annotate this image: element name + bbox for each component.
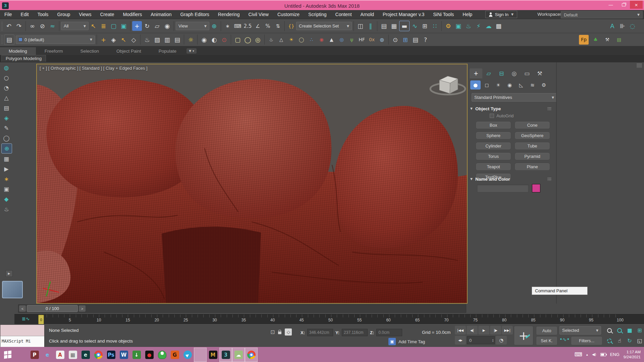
- volume-icon[interactable]: ◀): [592, 352, 596, 357]
- mini-curve-editor-icon[interactable]: ≣∿: [22, 316, 30, 321]
- object-type-rollout-header[interactable]: ▼ Object Type: [470, 105, 554, 112]
- rectangular-selection-region-icon[interactable]: ▢: [109, 21, 118, 31]
- mushroom-game-icon[interactable]: [156, 348, 168, 362]
- menu-project-manager[interactable]: Project Manager v.3: [378, 10, 429, 19]
- select-and-scale-icon[interactable]: ▱: [152, 21, 162, 31]
- left-tool-sphere-icon[interactable]: ◍: [1, 63, 11, 72]
- menu-tools[interactable]: Tools: [33, 10, 53, 19]
- key-filters-curve-icon[interactable]: •∿•: [559, 337, 570, 343]
- touch-keyboard-icon[interactable]: ⌨: [575, 351, 582, 358]
- shapes-category[interactable]: ◻: [482, 80, 492, 89]
- left-tool-circle-icon[interactable]: ○: [1, 73, 11, 82]
- render-teapot-icon[interactable]: ♨: [142, 35, 152, 45]
- viewport-label[interactable]: [ + ] [ Orthographic ] [ Standard ] [ Cl…: [40, 66, 148, 71]
- track-bar[interactable]: ≣∿ 0510152025303540455055606570758085909…: [14, 314, 644, 324]
- toolbar-grip[interactable]: [1, 21, 3, 31]
- named-selection-sets-dropdown[interactable]: Create Selection Set ▼: [296, 22, 352, 30]
- polygon-modeling-panel[interactable]: Polygon Modeling: [1, 55, 46, 62]
- select-and-move-icon[interactable]: +: [132, 21, 142, 31]
- keyboard-shortcut-override-icon[interactable]: ⌨: [233, 21, 243, 31]
- zoom-extents-all-icon[interactable]: ⊞: [635, 325, 644, 336]
- select-and-manipulate-icon[interactable]: ∗: [223, 21, 232, 31]
- start-button[interactable]: [0, 347, 15, 362]
- undo-icon[interactable]: ↶: [4, 21, 14, 31]
- left-tool-gem-icon[interactable]: ◈: [1, 113, 11, 123]
- bind-to-space-warp-icon[interactable]: ≈: [48, 21, 57, 31]
- space-warps-category[interactable]: ≋: [527, 80, 538, 89]
- signin-button[interactable]: Sign In ▼: [485, 11, 517, 18]
- left-tool-flower-icon[interactable]: ∗: [1, 174, 11, 184]
- a360-gallery-icon[interactable]: ▩: [494, 21, 503, 31]
- forestpack-icon[interactable]: Fp: [579, 35, 589, 45]
- sun-daylight-icon[interactable]: ☀: [286, 35, 296, 45]
- cylinder-button[interactable]: Cylinder: [476, 142, 511, 150]
- render-production-icon[interactable]: ♨: [464, 21, 473, 31]
- internet-explorer-icon[interactable]: e: [41, 348, 54, 362]
- key-mode-toggle[interactable]: ◀▶: [455, 336, 466, 345]
- camera-front-icon[interactable]: ◉: [199, 35, 209, 45]
- mirror-icon[interactable]: ◫: [356, 21, 365, 31]
- redo-icon[interactable]: ↷: [14, 21, 24, 31]
- filters-button[interactable]: Filters...: [571, 336, 602, 345]
- sini-list-icon[interactable]: ▤: [614, 35, 624, 45]
- camera-side-icon[interactable]: ◐: [209, 35, 219, 45]
- recorder-icon[interactable]: ●: [143, 348, 156, 362]
- percent-snap-icon[interactable]: %: [263, 21, 273, 31]
- go-to-start-button[interactable]: |◀◀: [455, 326, 466, 335]
- toggle-ribbon-icon[interactable]: ▬: [399, 21, 410, 31]
- rendered-frame-window-icon[interactable]: ▣: [453, 21, 463, 31]
- menu-group[interactable]: Group: [53, 10, 74, 19]
- frame-indicator[interactable]: 0 / 100: [27, 305, 78, 312]
- previous-frame-arrow[interactable]: <: [19, 305, 26, 312]
- create-tab[interactable]: +: [470, 68, 482, 78]
- chrome-icon[interactable]: [92, 348, 105, 362]
- autodesk-app-icon[interactable]: A: [54, 348, 66, 362]
- scatter-icon[interactable]: ∴: [307, 35, 316, 45]
- left-tool-ring-icon[interactable]: ◯: [1, 133, 11, 143]
- layer-manager-icon[interactable]: ▤: [4, 35, 14, 45]
- ribbon-tab-modeling[interactable]: Modeling: [0, 47, 36, 55]
- geosphere-button[interactable]: GeoSphere: [515, 132, 550, 139]
- set-key-button[interactable]: Set K.: [536, 336, 557, 345]
- left-tool-globe-icon[interactable]: ⊕: [1, 143, 12, 154]
- ribbon-config-dropdown[interactable]: ▼ ▾: [186, 48, 197, 54]
- container-icon[interactable]: ⊞: [400, 35, 410, 45]
- isolate-selection-icon[interactable]: ⊡: [270, 329, 275, 335]
- select-and-rotate-icon[interactable]: ↻: [142, 21, 152, 31]
- current-frame-field[interactable]: 0 ▴▾: [467, 336, 495, 344]
- ribbon-tab-selection[interactable]: Selection: [72, 47, 108, 55]
- geometry-category[interactable]: ●: [470, 80, 481, 89]
- egg-icon[interactable]: ◯: [297, 35, 306, 45]
- maya-icon[interactable]: M: [207, 348, 219, 362]
- auto-key-button[interactable]: Auto: [536, 326, 557, 335]
- absolute-mode-icon[interactable]: ◇: [285, 328, 292, 336]
- render-in-cloud-icon[interactable]: ☁: [484, 21, 493, 31]
- motion-tab[interactable]: ◎: [508, 68, 521, 78]
- zoom-all-icon[interactable]: [614, 325, 625, 336]
- left-tool-diamond-icon[interactable]: ◆: [1, 194, 11, 204]
- omni-light-icon[interactable]: ▢: [233, 35, 243, 45]
- torus-button[interactable]: Torus: [476, 153, 511, 160]
- derrick-icon[interactable]: ▲: [327, 35, 336, 45]
- material-editor-icon[interactable]: ∷: [430, 21, 440, 31]
- curve-editor-icon[interactable]: ∿: [410, 21, 420, 31]
- schematic-view-icon[interactable]: ⊞: [420, 21, 430, 31]
- left-tool-checker-icon[interactable]: ▦: [1, 154, 11, 164]
- helpers-category[interactable]: ◺: [516, 80, 526, 89]
- select-by-name-icon[interactable]: ≣: [99, 21, 108, 31]
- photoshop-icon[interactable]: Ps: [105, 348, 117, 362]
- battery-icon[interactable]: [600, 353, 606, 356]
- teapot2-icon[interactable]: ♨: [266, 35, 276, 45]
- hf-bird-icon[interactable]: HF: [357, 35, 367, 45]
- plane-button[interactable]: Plane: [515, 163, 550, 171]
- sphere-blue-icon[interactable]: ◍: [377, 35, 387, 45]
- idm-icon[interactable]: ↓: [130, 348, 143, 362]
- maxscript-input[interactable]: MAXScript Mi: [0, 336, 44, 347]
- left-tool-play-icon[interactable]: ▶: [1, 164, 11, 174]
- sphere-button[interactable]: Sphere: [476, 132, 511, 139]
- angle-snap-icon[interactable]: ∠: [253, 21, 263, 31]
- selection-lock-icon[interactable]: [278, 331, 281, 334]
- teapot-button[interactable]: Teapot: [476, 163, 511, 171]
- select-and-link-icon[interactable]: ∞: [28, 21, 37, 31]
- menu-animation[interactable]: Animation: [146, 10, 176, 19]
